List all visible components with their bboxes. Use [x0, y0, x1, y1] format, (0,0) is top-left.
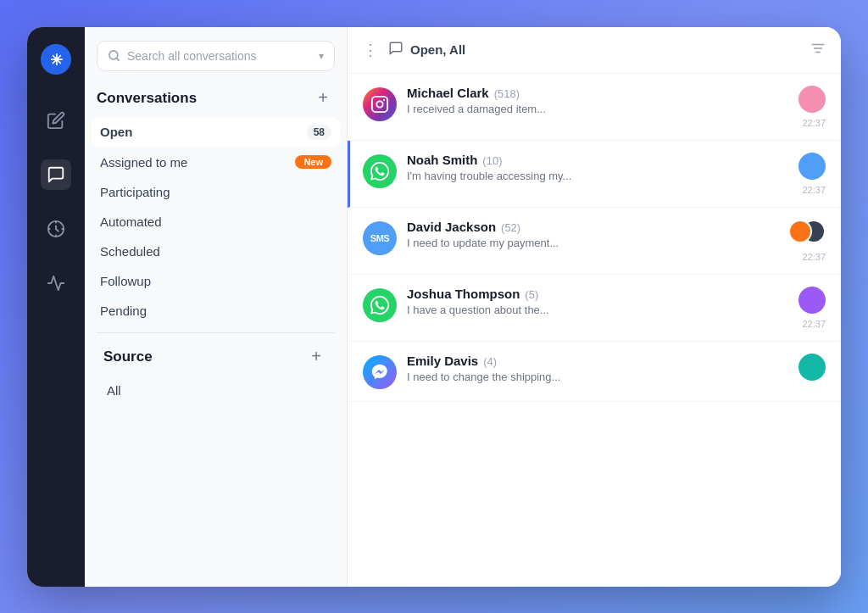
conv-name-michael: Michael Clark: [407, 86, 489, 100]
nav-item-assigned-label: Assigned to me: [100, 155, 295, 170]
nav-item-assigned-badge: New: [295, 155, 331, 169]
conv-name-emily: Emily Davis: [407, 354, 478, 368]
conv-count-joshua: (5): [525, 288, 538, 301]
conv-avatar-david-b: [788, 220, 812, 243]
channel-icon-instagram: [363, 87, 397, 121]
conv-count-david: (52): [501, 221, 520, 234]
conv-preview-noah: I'm having trouble accessing my...: [407, 170, 788, 182]
nav-item-pending[interactable]: Pending: [92, 296, 340, 326]
left-panel: Search all conversations ▾ Conversations…: [85, 27, 348, 587]
conv-name-row-david: David Jackson (52): [407, 220, 775, 234]
conv-count-emily: (4): [483, 355, 497, 368]
conversation-item-noah-smith[interactable]: Noah Smith (10) I'm having trouble acces…: [348, 141, 841, 208]
conv-preview-emily: I need to change the shipping...: [407, 371, 788, 383]
nav-icon-analytics[interactable]: [41, 268, 71, 298]
conv-avatar-joshua: [798, 287, 826, 314]
search-icon: [108, 49, 120, 62]
nav-item-assigned[interactable]: Assigned to me New: [92, 148, 340, 177]
svg-text:✳: ✳: [50, 52, 63, 69]
nav-icon-edit[interactable]: [41, 105, 71, 136]
search-placeholder: Search all conversations: [127, 49, 312, 63]
nav-item-scheduled[interactable]: Scheduled: [92, 237, 340, 266]
header-title-text: Open, All: [410, 42, 465, 57]
nav-item-open-label: Open: [100, 125, 307, 139]
nav-icon-reports[interactable]: [41, 214, 71, 244]
nav-item-followup[interactable]: Followup: [92, 266, 340, 296]
nav-item-automated-label: Automated: [100, 215, 331, 229]
conv-body-emily: Emily Davis (4) I need to change the shi…: [407, 354, 788, 383]
search-chevron-icon: ▾: [319, 50, 324, 62]
source-section-title: Source: [103, 348, 153, 365]
conv-body-noah: Noah Smith (10) I'm having trouble acces…: [407, 153, 788, 182]
conv-time-noah: 22:37: [802, 185, 826, 195]
header-conversations-icon: [388, 41, 403, 59]
app-logo[interactable]: ✳: [41, 44, 71, 75]
conv-preview-michael: I received a damaged item...: [407, 103, 788, 115]
conversation-list: Michael Clark (518) I received a damaged…: [348, 74, 841, 587]
header-title-group: Open, All: [388, 41, 802, 59]
conv-body-david: David Jackson (52) I need to update my p…: [407, 220, 775, 249]
conversations-section-header: Conversations +: [85, 81, 347, 117]
conv-body-joshua: Joshua Thompson (5) I have a question ab…: [407, 287, 788, 316]
conv-time-joshua: 22:37: [802, 319, 826, 329]
conv-name-row-noah: Noah Smith (10): [407, 153, 788, 167]
nav-item-scheduled-label: Scheduled: [100, 244, 331, 259]
conv-right-joshua: 22:37: [798, 287, 826, 329]
conv-right-david: 22:37: [785, 220, 826, 262]
conv-count-michael: (518): [494, 87, 520, 100]
conv-right-michael: 22:37: [798, 86, 826, 128]
svg-point-9: [376, 101, 382, 107]
conv-time-david: 22:37: [802, 252, 826, 262]
source-add-button[interactable]: +: [304, 345, 328, 369]
source-section-header: Source +: [92, 340, 340, 376]
conversation-item-michael-clark[interactable]: Michael Clark (518) I received a damaged…: [348, 74, 841, 141]
conversations-section-title: Conversations: [97, 90, 197, 107]
svg-line-4: [116, 58, 119, 60]
nav-item-automated[interactable]: Automated: [92, 207, 340, 237]
nav-item-open[interactable]: Open 58: [92, 117, 340, 148]
nav-item-participating-label: Participating: [100, 185, 331, 199]
header-filter-button[interactable]: [810, 41, 826, 59]
channel-icon-sms-david: SMS: [363, 221, 397, 255]
nav-item-open-count: 58: [307, 125, 331, 140]
conv-name-row-joshua: Joshua Thompson (5): [407, 287, 788, 301]
conversations-add-button[interactable]: +: [311, 86, 335, 110]
source-nav-list: All: [92, 376, 340, 405]
conv-avatar-michael: [798, 86, 826, 113]
nav-icon-conversations[interactable]: [41, 159, 71, 190]
channel-icon-whatsapp-joshua: [363, 288, 397, 322]
channel-icon-whatsapp-noah: [363, 154, 397, 188]
conv-name-joshua: Joshua Thompson: [407, 287, 520, 301]
conversation-item-joshua-thompson[interactable]: Joshua Thompson (5) I have a question ab…: [348, 275, 841, 342]
channel-icon-messenger-emily: [363, 355, 397, 389]
svg-rect-8: [372, 96, 387, 111]
conv-body-michael: Michael Clark (518) I received a damaged…: [407, 86, 788, 115]
conversation-item-emily-davis[interactable]: Emily Davis (4) I need to change the shi…: [348, 342, 841, 402]
conv-preview-david: I need to update my payment...: [407, 237, 775, 249]
conv-name-row-emily: Emily Davis (4): [407, 354, 788, 368]
conversations-nav-list: Open 58 Assigned to me New Participating…: [85, 117, 347, 326]
section-divider: [97, 332, 335, 333]
sidebar-nav: ✳: [27, 27, 85, 587]
nav-item-source-all[interactable]: All: [98, 376, 333, 405]
header-options-button[interactable]: ⋮: [363, 41, 380, 59]
conv-name-david: David Jackson: [407, 220, 496, 234]
conv-avatar-emily: [798, 354, 826, 381]
conv-time-michael: 22:37: [802, 118, 826, 128]
main-panel: ⋮ Open, All: [348, 27, 841, 587]
conv-right-emily: [798, 354, 826, 386]
source-section: Source + All: [85, 340, 347, 405]
nav-item-participating[interactable]: Participating: [92, 177, 340, 207]
nav-item-followup-label: Followup: [100, 274, 331, 288]
main-header: ⋮ Open, All: [348, 27, 841, 74]
conv-name-noah: Noah Smith: [407, 153, 477, 167]
conv-preview-joshua: I have a question about the...: [407, 304, 788, 316]
conv-name-row-michael: Michael Clark (518): [407, 86, 788, 100]
conv-count-noah: (10): [482, 154, 502, 167]
nav-item-source-all-label: All: [107, 383, 325, 398]
conv-right-noah: 22:37: [798, 153, 826, 195]
nav-item-pending-label: Pending: [100, 304, 331, 318]
search-bar[interactable]: Search all conversations ▾: [97, 41, 335, 71]
svg-point-10: [383, 98, 385, 100]
conversation-item-david-jackson[interactable]: SMS David Jackson (52) I need to update …: [348, 208, 841, 275]
